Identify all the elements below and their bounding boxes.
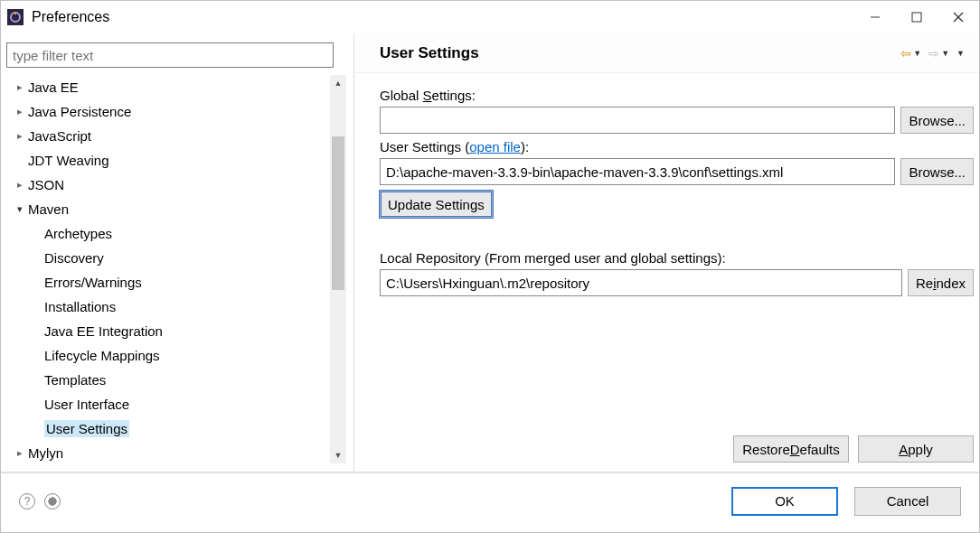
tree-item-user-settings[interactable]: User Settings <box>6 416 328 441</box>
tree-item-label: User Settings <box>44 420 129 437</box>
preferences-tree: ▸Java EE▸Java Persistence▸JavaScriptJDT … <box>6 75 346 463</box>
restore-defaults-button[interactable]: Restore Defaults <box>733 435 849 463</box>
svg-rect-4 <box>912 13 921 22</box>
tree-item-label: JSON <box>28 177 64 192</box>
chevron-right-icon[interactable]: ▸ <box>14 81 26 93</box>
minimize-button[interactable] <box>854 3 896 32</box>
tree-item-label: Java Persistence <box>28 104 131 119</box>
tree-item-label: Archetypes <box>44 226 112 241</box>
tree-item-label: JDT Weaving <box>28 153 108 168</box>
filter-input[interactable] <box>6 42 334 68</box>
chevron-right-icon[interactable]: ▸ <box>14 130 26 142</box>
open-file-link[interactable]: open file <box>469 139 521 154</box>
user-settings-input[interactable] <box>380 158 895 185</box>
cancel-button[interactable]: Cancel <box>854 487 961 516</box>
tree-item-label: Installations <box>44 299 116 314</box>
apply-button[interactable]: Apply <box>858 435 974 463</box>
scroll-down-icon[interactable]: ▼ <box>330 447 346 463</box>
nav-forward-menu-icon[interactable]: ▼ <box>941 49 949 58</box>
user-settings-label: User Settings (open file): <box>380 139 974 154</box>
tree-item-java-ee-integration[interactable]: Java EE Integration <box>6 319 328 343</box>
help-icon[interactable]: ? <box>19 493 35 510</box>
tree-item-label: Templates <box>44 372 106 388</box>
nav-back-menu-icon[interactable]: ▼ <box>913 49 921 58</box>
nav-extra-menu-icon[interactable]: ▼ <box>956 49 965 58</box>
settings-page: User Settings ⇦ ▼ ⇨ ▼ ▼ Global Settings:… <box>353 33 979 472</box>
global-settings-browse-button[interactable]: Browse... <box>900 107 974 134</box>
page-title: User Settings <box>380 44 479 62</box>
tree-item-javascript[interactable]: ▸JavaScript <box>6 124 328 148</box>
svg-rect-2 <box>14 12 16 14</box>
tree-item-label: Lifecycle Mappings <box>44 348 160 363</box>
chevron-right-icon[interactable]: ▸ <box>14 179 26 191</box>
window-title: Preferences <box>32 9 109 25</box>
preferences-tree-panel: ▸Java EE▸Java Persistence▸JavaScriptJDT … <box>1 33 353 472</box>
tree-item-label: Maven <box>28 201 69 217</box>
tree-item-json[interactable]: ▸JSON <box>6 173 328 197</box>
user-settings-browse-button[interactable]: Browse... <box>900 158 974 185</box>
tree-item-label: Java EE <box>28 79 79 95</box>
tree-item-archetypes[interactable]: Archetypes <box>6 221 328 246</box>
tree-item-installations[interactable]: Installations <box>6 295 328 319</box>
chevron-right-icon[interactable]: ▸ <box>14 447 26 459</box>
update-settings-button[interactable]: Update Settings <box>380 191 493 218</box>
app-icon <box>6 8 24 26</box>
tree-item-errors-warnings[interactable]: Errors/Warnings <box>6 270 328 295</box>
tree-item-label: Mylyn <box>28 445 63 461</box>
tree-item-java-persistence[interactable]: ▸Java Persistence <box>6 99 328 124</box>
tree-item-user-interface[interactable]: User Interface <box>6 392 328 416</box>
scroll-thumb[interactable] <box>332 136 344 290</box>
dialog-button-bar: ? OK Cancel <box>1 472 979 528</box>
tree-item-label: User Interface <box>44 397 129 412</box>
chevron-right-icon[interactable]: ▸ <box>14 106 26 117</box>
scroll-up-icon[interactable]: ▲ <box>330 75 346 91</box>
reindex-button[interactable]: Reindex <box>908 269 974 296</box>
tree-scrollbar[interactable]: ▲ ▼ <box>330 75 346 463</box>
tree-item-label: Discovery <box>44 250 104 266</box>
tree-item-discovery[interactable]: Discovery <box>6 246 328 270</box>
svg-rect-0 <box>7 9 24 25</box>
tree-item-maven[interactable]: ▾Maven <box>6 197 328 221</box>
tree-item-lifecycle-mappings[interactable]: Lifecycle Mappings <box>6 343 328 368</box>
tree-item-label: Java EE Integration <box>44 323 163 339</box>
tree-item-jdt-weaving[interactable]: JDT Weaving <box>6 148 328 173</box>
tree-item-label: Errors/Warnings <box>44 275 142 290</box>
local-repo-label: Local Repository (From merged user and g… <box>380 250 974 266</box>
global-settings-input[interactable] <box>380 107 895 134</box>
tree-item-templates[interactable]: Templates <box>6 368 328 392</box>
local-repo-input <box>380 269 902 296</box>
title-bar: Preferences <box>1 1 979 33</box>
nav-back-icon[interactable]: ⇦ <box>900 46 911 61</box>
close-button[interactable] <box>938 3 979 32</box>
maximize-button[interactable] <box>896 3 938 32</box>
tree-item-java-ee[interactable]: ▸Java EE <box>6 75 328 99</box>
ok-button[interactable]: OK <box>731 487 838 516</box>
nav-forward-icon[interactable]: ⇨ <box>928 46 939 61</box>
tree-item-mylyn[interactable]: ▸Mylyn <box>6 441 328 463</box>
chevron-down-icon[interactable]: ▾ <box>14 203 26 215</box>
record-icon[interactable] <box>44 493 61 510</box>
global-settings-label: Global Settings: <box>380 88 974 103</box>
tree-item-label: JavaScript <box>28 128 91 144</box>
page-header: User Settings ⇦ ▼ ⇨ ▼ ▼ <box>354 33 979 73</box>
